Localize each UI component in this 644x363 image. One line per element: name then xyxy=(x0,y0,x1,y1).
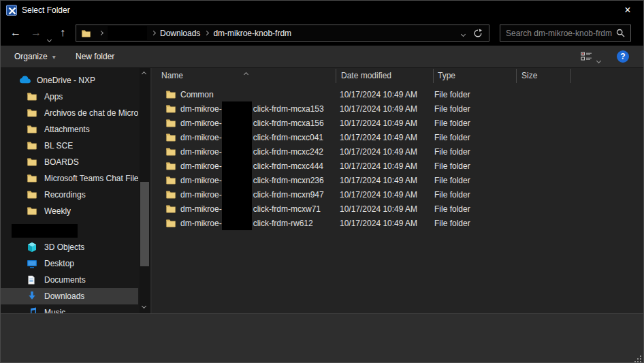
folder-icon xyxy=(165,218,176,229)
chevron-right-icon xyxy=(99,31,103,35)
sidebar-item[interactable]: Documents xyxy=(1,272,138,288)
column-header-date-modified[interactable]: Date modified xyxy=(341,71,391,80)
sidebar-item[interactable]: Recordings xyxy=(1,187,138,203)
breadcrumb-segment[interactable]: Downloads xyxy=(147,29,200,38)
folder-icon xyxy=(165,204,176,215)
sidebar-item[interactable] xyxy=(1,223,138,239)
folder-icon xyxy=(165,161,176,172)
redaction-box xyxy=(222,173,252,187)
file-row[interactable]: dm-mikroe-click-frdm-mcxa153 10/17/2024 … xyxy=(152,101,643,116)
sidebar-item[interactable]: BOARDS xyxy=(1,154,138,170)
view-options-chevron-icon[interactable] xyxy=(597,55,600,65)
cube-icon xyxy=(27,242,38,253)
breadcrumb-segment[interactable] xyxy=(95,26,147,40)
close-button[interactable]: × xyxy=(612,1,643,20)
file-row[interactable]: Common 10/17/2024 10:49 AM File folder xyxy=(152,87,643,101)
toolbar: Organize ▾ New folder ? xyxy=(1,46,643,68)
footer-bar: Folder: Select Folder Cancel xyxy=(1,313,643,363)
help-icon[interactable]: ? xyxy=(617,50,629,63)
redaction-box xyxy=(222,116,252,130)
file-row[interactable]: dm-mikroe-click-frdm-mcxc242 10/17/2024 … xyxy=(152,144,643,159)
new-folder-button[interactable]: New folder xyxy=(76,46,114,67)
list-header: Name Date modified Type Size xyxy=(152,68,643,84)
folder-icon xyxy=(165,118,176,129)
sidebar-item[interactable]: Archivos de chat de Microsof xyxy=(1,105,138,121)
file-rows: Common 10/17/2024 10:49 AM File folder d… xyxy=(152,84,643,230)
folder-icon xyxy=(27,124,38,135)
forward-button[interactable]: → xyxy=(31,27,42,38)
file-row[interactable]: dm-mikroe-click-frdm-mcxn947 10/17/2024 … xyxy=(152,187,643,202)
column-header-type[interactable]: Type xyxy=(438,71,455,80)
refresh-icon[interactable] xyxy=(473,29,483,38)
scrollbar-thumb[interactable] xyxy=(140,182,149,266)
sidebar: OneDrive - NXP Apps Archivos de chat de … xyxy=(1,68,150,313)
chevron-right-icon xyxy=(151,31,156,35)
folder-icon xyxy=(27,189,38,200)
folder-icon xyxy=(81,29,91,38)
folder-icon xyxy=(165,89,176,100)
redaction-box xyxy=(222,159,252,173)
redaction-box xyxy=(222,130,252,144)
search-icon[interactable] xyxy=(616,29,625,37)
file-row[interactable]: dm-mikroe-click-frdm-mcxc444 10/17/2024 … xyxy=(152,159,643,173)
navigation-bar: ← → ↑ Downloads dm-mikroe-knob-frdm xyxy=(1,20,643,46)
sidebar-item[interactable]: OneDrive - NXP xyxy=(1,72,138,89)
back-button[interactable]: ← xyxy=(10,27,21,38)
select-folder-dialog: Select Folder × ← → ↑ Downloads dm-mikro… xyxy=(0,0,644,363)
redaction-box xyxy=(222,187,252,202)
address-bar[interactable]: Downloads dm-mikroe-knob-frdm xyxy=(76,25,489,42)
folder-icon xyxy=(27,108,38,119)
sort-ascending-icon xyxy=(244,69,248,78)
redaction-box xyxy=(222,216,252,230)
folder-icon xyxy=(27,91,38,102)
details-view-icon[interactable] xyxy=(581,52,593,62)
column-header-size[interactable]: Size xyxy=(521,71,537,80)
redaction-box xyxy=(222,101,252,116)
breadcrumb-segment[interactable]: dm-mikroe-knob-frdm xyxy=(200,29,291,38)
sidebar-scrollbar[interactable] xyxy=(140,68,150,313)
window-title: Select Folder xyxy=(22,5,70,15)
scroll-down-icon[interactable] xyxy=(142,304,146,309)
folder-icon xyxy=(165,104,176,114)
redaction-box xyxy=(222,202,252,216)
app-icon xyxy=(6,5,17,16)
redaction-box xyxy=(222,144,252,159)
sidebar-item[interactable]: Weekly xyxy=(1,203,138,219)
scroll-up-icon[interactable] xyxy=(142,72,146,76)
folder-icon xyxy=(165,189,176,200)
folder-icon xyxy=(165,175,176,186)
folder-icon xyxy=(27,206,38,217)
address-dropdown-chevron-icon[interactable] xyxy=(462,29,465,38)
chevron-right-icon xyxy=(204,31,209,35)
file-row[interactable]: dm-mikroe-click-frdm-mcxw71 10/17/2024 1… xyxy=(152,202,643,216)
folder-icon xyxy=(27,157,38,168)
sidebar-item[interactable]: 3D Objects xyxy=(1,239,138,255)
sidebar-item[interactable]: BL SCE xyxy=(1,138,138,154)
download-icon xyxy=(27,291,38,302)
sidebar-item[interactable]: Attachments xyxy=(1,121,138,138)
resize-grip[interactable] xyxy=(634,356,642,363)
column-header-name[interactable]: Name xyxy=(161,71,183,80)
sidebar-item[interactable]: Music xyxy=(1,304,138,313)
cloud-icon xyxy=(19,75,31,86)
content-area: OneDrive - NXP Apps Archivos de chat de … xyxy=(1,68,643,313)
document-icon xyxy=(27,274,38,285)
file-row[interactable]: dm-mikroe-click-frdm-mcxa156 10/17/2024 … xyxy=(152,116,643,130)
chevron-down-icon: ▾ xyxy=(52,53,56,61)
sidebar-item[interactable]: Apps xyxy=(1,89,138,105)
sidebar-item[interactable]: Microsoft Teams Chat Files xyxy=(1,170,138,187)
recent-locations-chevron-icon[interactable] xyxy=(48,34,51,44)
sidebar-item[interactable]: Desktop xyxy=(1,255,138,272)
file-row[interactable]: dm-mikroe-click-frdm-mcxn236 10/17/2024 … xyxy=(152,173,643,187)
music-icon xyxy=(27,307,38,313)
up-button[interactable]: ↑ xyxy=(60,27,65,38)
file-list: Name Date modified Type Size xyxy=(152,68,643,313)
organize-button[interactable]: Organize ▾ xyxy=(14,46,56,67)
file-row[interactable]: dm-mikroe-click-frdm-rw612 10/17/2024 10… xyxy=(152,216,643,230)
sidebar-item[interactable]: Downloads xyxy=(1,288,138,304)
file-row[interactable]: dm-mikroe-click-frdm-mcxc041 10/17/2024 … xyxy=(152,130,643,144)
title-bar: Select Folder × xyxy=(1,1,643,20)
folder-icon xyxy=(165,132,176,143)
search-input[interactable] xyxy=(506,29,613,38)
monitor-icon xyxy=(27,258,38,269)
